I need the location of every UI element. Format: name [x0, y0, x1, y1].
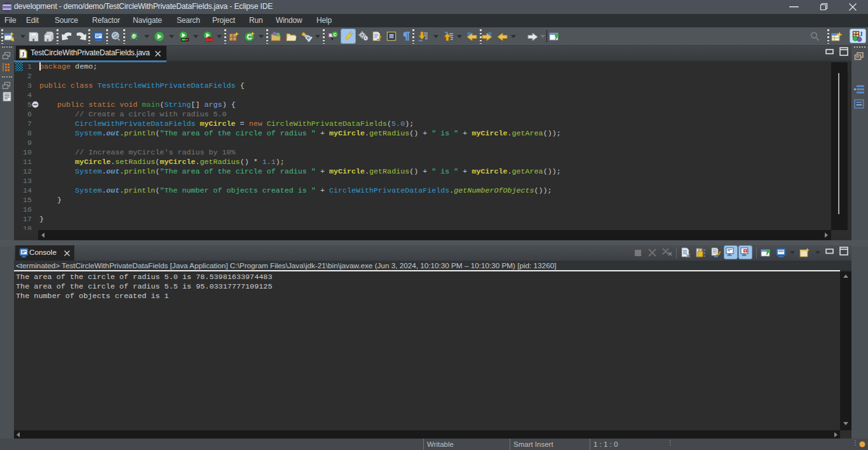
svg-text:J: J: [859, 31, 863, 38]
svg-text:C: C: [247, 33, 252, 41]
svg-text:J: J: [22, 51, 25, 58]
svg-text:C: C: [333, 32, 336, 37]
